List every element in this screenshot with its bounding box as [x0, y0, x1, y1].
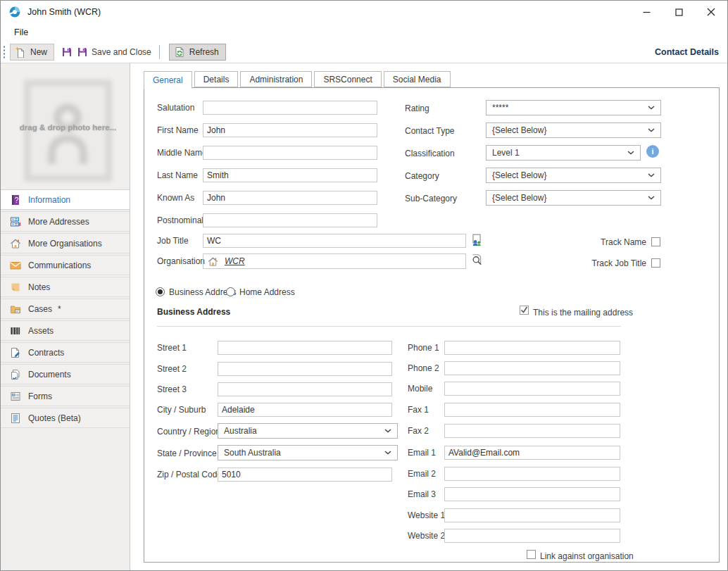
organisation-house-icon [208, 256, 218, 267]
save-icon [61, 46, 73, 58]
save-and-close-icon [77, 46, 88, 58]
folder-icon [10, 303, 21, 315]
state-province-select[interactable]: South Australia [218, 445, 398, 460]
sidebar-item-cases[interactable]: Cases * [1, 299, 130, 319]
zip-postal-input[interactable] [218, 468, 392, 482]
menu-bar: File [1, 23, 727, 42]
organisation-search-icon[interactable] [470, 253, 483, 266]
general-tab-panel: Salutation First Name Middle Name Last N… [144, 87, 720, 563]
sidebar-item-more-organisations[interactable]: More Organisations [1, 233, 130, 253]
sidebar: drag & drop photo here... ? Information [1, 63, 130, 570]
tab-srsconnect[interactable]: SRSConnect [314, 71, 381, 87]
quotes-icon [10, 413, 21, 424]
known-as-input[interactable] [203, 191, 377, 205]
app-window: John Smith (WCR) File [0, 0, 728, 571]
minimize-button[interactable] [630, 1, 663, 23]
sidebar-item-forms[interactable]: Forms [1, 386, 130, 406]
fax1-label: Fax 1 [408, 403, 429, 417]
sidebar-item-notes[interactable]: Notes [1, 277, 130, 297]
addresses-icon [10, 216, 21, 227]
known-as-label: Known As [157, 191, 194, 205]
save-and-close-button[interactable]: Save and Close [73, 44, 156, 61]
new-button[interactable]: New [10, 44, 54, 61]
street1-input[interactable] [218, 341, 392, 355]
category-select[interactable]: {Select Below} [486, 168, 661, 183]
sidebar-item-assets[interactable]: Assets [1, 320, 130, 341]
city-suburb-input[interactable] [218, 403, 392, 417]
close-button[interactable] [695, 1, 727, 23]
phone1-input[interactable] [444, 341, 620, 355]
fax1-input[interactable] [444, 403, 620, 417]
street3-input[interactable] [218, 382, 392, 396]
sidebar-item-contracts[interactable]: Contracts [1, 342, 130, 363]
postnominals-input[interactable] [203, 213, 377, 227]
fax2-label: Fax 2 [408, 424, 429, 438]
chevron-down-icon [384, 451, 391, 455]
classification-select[interactable]: Level 1 [486, 145, 641, 161]
street2-label: Street 2 [157, 362, 187, 376]
email3-input[interactable] [444, 487, 620, 501]
email1-input[interactable] [444, 446, 620, 460]
save-and-close-label: Save and Close [92, 47, 151, 57]
middle-name-input[interactable] [203, 146, 377, 160]
tab-strip: General Details Administration SRSConnec… [144, 71, 451, 87]
sidebar-item-communications[interactable]: Communications [1, 255, 130, 275]
home-address-radio-label: Home Address [239, 285, 295, 299]
svg-text:?: ? [15, 196, 19, 203]
job-title-people-icon[interactable] [470, 234, 483, 246]
checkmark-icon [520, 306, 528, 314]
classification-label: Classification [405, 146, 455, 161]
middle-name-label: Middle Name [157, 146, 207, 160]
classification-info-icon[interactable]: i [646, 145, 659, 158]
refresh-button[interactable]: Refresh [169, 44, 226, 61]
save-button[interactable] [57, 44, 73, 61]
rating-label: Rating [405, 101, 429, 115]
tab-details[interactable]: Details [194, 71, 239, 87]
tab-administration[interactable]: Administration [240, 71, 312, 87]
business-address-radio[interactable] [156, 287, 165, 296]
toolbar-grip[interactable] [3, 45, 6, 59]
tab-general[interactable]: General [144, 71, 192, 89]
maximize-button[interactable] [663, 1, 695, 23]
phone2-input[interactable] [444, 361, 620, 375]
home-address-radio[interactable] [226, 287, 235, 296]
track-job-title-checkbox[interactable] [651, 258, 660, 268]
new-document-icon [15, 46, 26, 58]
rating-select[interactable]: ***** [486, 100, 661, 115]
street2-input[interactable] [218, 362, 392, 376]
menu-file[interactable]: File [11, 25, 32, 39]
sidebar-item-more-addresses[interactable]: More Addresses [1, 211, 130, 232]
website2-input[interactable] [444, 529, 620, 543]
cases-asterisk-badge: * [58, 304, 61, 314]
mobile-input[interactable] [444, 382, 620, 396]
country-region-select[interactable]: Australia [218, 423, 398, 439]
mobile-label: Mobile [408, 382, 432, 396]
last-name-input[interactable] [203, 168, 377, 182]
form-icon [10, 391, 21, 402]
tab-social-media[interactable]: Social Media [384, 71, 451, 87]
fax2-input[interactable] [444, 424, 620, 438]
sidebar-item-information[interactable]: ? Information [1, 189, 130, 210]
section-divider [157, 326, 621, 327]
sidebar-item-documents[interactable]: Documents [1, 364, 130, 384]
salutation-input[interactable] [203, 101, 377, 115]
contact-type-select[interactable]: {Select Below} [486, 123, 661, 138]
app-logo-icon [8, 6, 21, 18]
track-name-checkbox[interactable] [651, 237, 660, 246]
link-against-organisation-checkbox[interactable] [527, 550, 536, 559]
website1-label: Website 1 [408, 508, 445, 522]
toolbar: New Save and Close [1, 42, 727, 63]
mailing-address-checkbox[interactable] [520, 306, 529, 315]
sub-category-select[interactable]: {Select Below} [486, 190, 661, 206]
first-name-input[interactable] [203, 123, 377, 137]
email2-input[interactable] [444, 467, 620, 481]
job-title-input[interactable] [203, 234, 466, 248]
organisation-link[interactable]: WCR [225, 256, 245, 266]
sidebar-item-quotes[interactable]: Quotes (Beta) [1, 408, 130, 428]
sidebar-nav: ? Information [1, 188, 130, 428]
photo-dropzone[interactable]: drag & drop photo here... [21, 77, 115, 184]
category-label: Category [405, 169, 439, 183]
chevron-down-icon [648, 196, 655, 200]
information-icon: ? [10, 194, 21, 206]
website1-input[interactable] [444, 508, 620, 522]
